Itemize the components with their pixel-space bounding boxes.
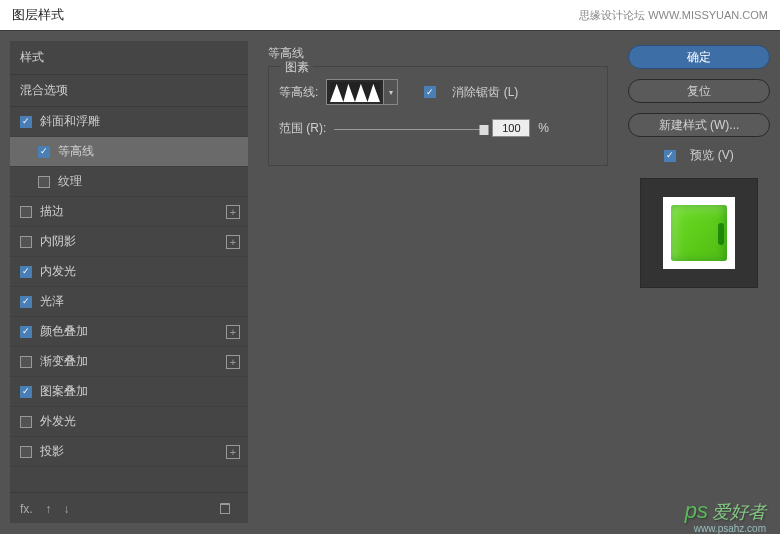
fx-icon[interactable]: fx.	[20, 502, 33, 516]
dialog-title: 图层样式	[12, 6, 64, 24]
style-checkbox[interactable]	[20, 386, 32, 398]
style-checkbox[interactable]	[38, 176, 50, 188]
style-item-10[interactable]: 外发光	[10, 407, 248, 437]
preview-checkbox[interactable]	[664, 150, 676, 162]
style-item-0[interactable]: 斜面和浮雕	[10, 107, 248, 137]
up-icon[interactable]: ↑	[45, 502, 51, 516]
styles-panel: 样式 混合选项 斜面和浮雕等高线纹理描边+内阴影+内发光光泽颜色叠加+渐变叠加+…	[10, 41, 248, 523]
style-checkbox[interactable]	[20, 206, 32, 218]
style-item-7[interactable]: 颜色叠加+	[10, 317, 248, 347]
contour-picker[interactable]	[326, 79, 384, 105]
style-checkbox[interactable]	[38, 146, 50, 158]
style-label: 渐变叠加	[40, 353, 88, 370]
style-item-9[interactable]: 图案叠加	[10, 377, 248, 407]
add-effect-icon[interactable]: +	[226, 235, 240, 249]
preview-box	[640, 178, 758, 288]
style-label: 光泽	[40, 293, 64, 310]
style-label: 图案叠加	[40, 383, 88, 400]
watermark-url: www.psahz.com	[694, 523, 766, 534]
style-item-3[interactable]: 描边+	[10, 197, 248, 227]
style-item-4[interactable]: 内阴影+	[10, 227, 248, 257]
style-item-8[interactable]: 渐变叠加+	[10, 347, 248, 377]
style-checkbox[interactable]	[20, 116, 32, 128]
style-checkbox[interactable]	[20, 446, 32, 458]
section-title: 等高线	[268, 45, 608, 62]
style-label: 斜面和浮雕	[40, 113, 100, 130]
ok-button[interactable]: 确定	[628, 45, 770, 69]
style-label: 投影	[40, 443, 64, 460]
style-checkbox[interactable]	[20, 296, 32, 308]
style-item-6[interactable]: 光泽	[10, 287, 248, 317]
style-item-5[interactable]: 内发光	[10, 257, 248, 287]
title-bar: 图层样式 思缘设计论坛 WWW.MISSYUAN.COM	[0, 0, 780, 30]
style-label: 描边	[40, 203, 64, 220]
add-effect-icon[interactable]: +	[226, 325, 240, 339]
style-list: 斜面和浮雕等高线纹理描边+内阴影+内发光光泽颜色叠加+渐变叠加+图案叠加外发光投…	[10, 107, 248, 467]
style-label: 内发光	[40, 263, 76, 280]
style-item-11[interactable]: 投影+	[10, 437, 248, 467]
style-label: 等高线	[58, 143, 94, 160]
style-item-1[interactable]: 等高线	[10, 137, 248, 167]
antialias-label: 消除锯齿 (L)	[452, 84, 518, 101]
style-checkbox[interactable]	[20, 356, 32, 368]
range-input[interactable]	[492, 119, 530, 137]
add-effect-icon[interactable]: +	[226, 205, 240, 219]
range-row: 范围 (R): %	[279, 119, 597, 137]
preview-label: 预览 (V)	[690, 147, 733, 164]
preview-row: 预览 (V)	[628, 147, 770, 164]
contour-label: 等高线:	[279, 84, 318, 101]
style-checkbox[interactable]	[20, 236, 32, 248]
range-slider[interactable]	[334, 120, 484, 136]
preview-swatch	[671, 205, 727, 261]
style-item-2[interactable]: 纹理	[10, 167, 248, 197]
range-unit: %	[538, 121, 549, 135]
elements-fieldset: 图素 等高线: ▾ 消除锯齿 (L) 范围 (R):	[268, 66, 608, 166]
style-label: 外发光	[40, 413, 76, 430]
style-label: 内阴影	[40, 233, 76, 250]
contour-row: 等高线: ▾ 消除锯齿 (L)	[279, 79, 597, 105]
range-label: 范围 (R):	[279, 120, 326, 137]
blend-options[interactable]: 混合选项	[10, 75, 248, 107]
style-checkbox[interactable]	[20, 326, 32, 338]
main-panel: 等高线 图素 等高线: ▾ 消除锯齿 (L) 范围 (R):	[258, 41, 618, 523]
style-checkbox[interactable]	[20, 416, 32, 428]
styles-header: 样式	[10, 41, 248, 75]
add-effect-icon[interactable]: +	[226, 445, 240, 459]
style-label: 纹理	[58, 173, 82, 190]
down-icon[interactable]: ↓	[64, 502, 70, 516]
right-panel: 确定 复位 新建样式 (W)... 预览 (V)	[628, 41, 770, 523]
content: 样式 混合选项 斜面和浮雕等高线纹理描边+内阴影+内发光光泽颜色叠加+渐变叠加+…	[0, 31, 780, 533]
footer-left: fx. ↑ ↓	[20, 499, 78, 517]
antialias-checkbox[interactable]	[424, 86, 436, 98]
trash-icon[interactable]	[220, 503, 230, 514]
add-effect-icon[interactable]: +	[226, 355, 240, 369]
fieldset-label: 图素	[281, 59, 313, 76]
preview-frame	[663, 197, 735, 269]
styles-footer: fx. ↑ ↓	[10, 492, 248, 523]
reset-button[interactable]: 复位	[628, 79, 770, 103]
new-style-button[interactable]: 新建样式 (W)...	[628, 113, 770, 137]
style-checkbox[interactable]	[20, 266, 32, 278]
contour-dropdown[interactable]: ▾	[384, 79, 398, 105]
style-label: 颜色叠加	[40, 323, 88, 340]
brand-label: 思缘设计论坛 WWW.MISSYUAN.COM	[579, 8, 768, 23]
